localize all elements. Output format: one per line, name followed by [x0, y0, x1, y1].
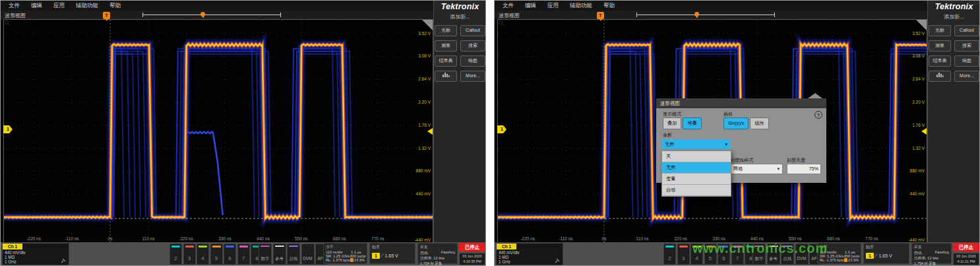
menu-item-2[interactable]: 应用	[53, 2, 65, 10]
menu-item-2[interactable]: 应用	[547, 2, 559, 10]
view-tab-strip: 波形视图	[1, 11, 433, 19]
time-label: 440 ns	[253, 236, 273, 241]
menu-item-3[interactable]: 辅助功能	[76, 2, 98, 10]
channel-3-button[interactable]: 3	[677, 244, 690, 265]
more-button[interactable]: More...	[460, 71, 485, 82]
channel1-badge[interactable]: Ch 1 440 mV/div 1 MΩ 1 GHz	[2, 243, 69, 265]
trigger-marker[interactable]: T	[103, 12, 110, 19]
callout-button[interactable]: Callout	[954, 25, 979, 36]
总线-button[interactable]: 总线	[287, 244, 300, 265]
menu-item-1[interactable]: 编辑	[31, 2, 42, 10]
help-icon[interactable]: ?	[814, 111, 822, 119]
trigger-level-arrow[interactable]	[921, 128, 927, 135]
run-stop-column: 已停止 03 Jun 2020 4:11:21 PM	[953, 243, 979, 265]
channel-7-button[interactable]: 7	[237, 244, 250, 265]
trigger-marker[interactable]: T	[597, 12, 604, 19]
menu-item-1[interactable]: 编辑	[525, 2, 536, 10]
acquisition-panel[interactable]: 采集 自动, FastAcq 分辨率: 12 bits 1.754 M 采集	[417, 243, 458, 264]
acquisition-panel[interactable]: 采集 自动, FastAcq 分辨率: 12 bits 1.754 M 采集	[911, 243, 952, 264]
callout-button[interactable]: Callout	[460, 25, 485, 36]
channel-2-button[interactable]: 2	[169, 244, 182, 265]
stop-button[interactable]: 已停止	[953, 243, 979, 251]
search-button[interactable]: 搜索	[460, 40, 485, 51]
waveform-display[interactable]: 3.52 V3.08 V2.64 V2.20 V1.76 V1.32 V880 …	[497, 19, 927, 245]
DVM-button[interactable]: DVM	[301, 244, 315, 265]
channel-5-button[interactable]: 5	[210, 244, 223, 265]
display-mode-toggle: 叠加堆叠	[663, 117, 702, 129]
waveform-display[interactable]: 3.52 V3.08 V2.64 V2.20 V1.76 V1.32 V880 …	[3, 19, 433, 245]
menu-item-0[interactable]: 文件	[9, 2, 20, 10]
persistence-option-关[interactable]: 关	[662, 151, 731, 162]
trigger-panel[interactable]: 触发 1 ∕ 1.65 V	[863, 243, 909, 264]
graticule-style-dropdown[interactable]: 网格▾	[730, 164, 783, 174]
graticule-intensity-input[interactable]: 75%	[787, 164, 821, 174]
search-button[interactable]: 搜索	[954, 40, 979, 51]
zoom-corner-icon[interactable]	[422, 20, 433, 30]
zoom-corner-icon[interactable]	[916, 20, 927, 30]
horizontal-panel[interactable]: 水平 110 ns/div1.1 µsSR: 1.25 GS/s800 ps/p…	[323, 243, 367, 264]
horizontal-overview-bar[interactable]	[636, 13, 775, 18]
measure-button[interactable]: 测量	[435, 40, 457, 51]
menu-item-4[interactable]: 帮助	[109, 2, 121, 10]
trigger-position-marker[interactable]	[200, 12, 205, 17]
数字-button[interactable]: 数字	[259, 244, 272, 265]
trigger-level-value: 1.65 V	[879, 253, 892, 258]
persistence-dropdown[interactable]: 无穷▾	[661, 139, 730, 149]
channel-6-button[interactable]: 6	[224, 244, 236, 265]
time-label: -220 ns	[24, 236, 44, 241]
status-bar: Ch 1 440 mV/div 1 MΩ 1 GHz 2345678 数字参考总…	[1, 242, 485, 265]
time-value: 4:10:35 PM	[460, 259, 485, 265]
display-mode-叠加[interactable]: 叠加	[663, 117, 681, 129]
histogram-icon	[442, 71, 450, 78]
interpolation-Sin(x)/x[interactable]: Sin(x)/x	[723, 117, 749, 129]
time-label: 330 ns	[709, 236, 729, 241]
trigger-position-marker[interactable]	[694, 12, 699, 17]
trigger-source-badge: 1	[866, 253, 874, 259]
horizontal-title: 水平	[326, 244, 365, 250]
stop-button[interactable]: 已停止	[459, 243, 485, 251]
interpolation-线性[interactable]: 线性	[750, 117, 768, 129]
dialog-body: ? 显示模式 叠加堆叠 插值 Sin(x)/x线性 余辉 无穷▾ 关无穷变量自动…	[656, 108, 826, 183]
cursor-button[interactable]: 光标	[435, 25, 457, 36]
trigger-level-arrow[interactable]	[427, 128, 433, 135]
persistence-option-自动[interactable]: 自动	[662, 185, 731, 196]
time-label: 0s	[100, 236, 120, 241]
trigger-title: 触发	[372, 244, 413, 250]
plot-button[interactable]: 绘图	[460, 55, 485, 67]
time-label: 770 ns	[862, 236, 882, 241]
menu-item-3[interactable]: 辅助功能	[570, 2, 592, 10]
voltage-label: 3.08 V	[418, 53, 431, 58]
cursor-button[interactable]: 光标	[929, 25, 951, 36]
persistence-option-无穷[interactable]: 无穷	[662, 162, 731, 174]
horizontal-overview-bar[interactable]	[142, 13, 281, 18]
voltage-label: 440 mV	[910, 191, 925, 196]
time-label: 110 ns	[138, 236, 158, 241]
chevron-down-icon: ▾	[777, 164, 780, 174]
channel-2-button[interactable]: 2	[663, 244, 676, 265]
histogram-button[interactable]	[929, 71, 951, 82]
plot-button[interactable]: 绘图	[954, 55, 979, 67]
time-label: 660 ns	[824, 236, 843, 241]
fastacq-label: FastAcq	[935, 250, 949, 256]
waveform-svg	[4, 20, 433, 244]
display-mode-堆叠[interactable]: 堆叠	[683, 117, 701, 129]
add-new-label: 添加新...	[434, 13, 486, 20]
more-button[interactable]: More...	[954, 71, 979, 82]
channel-4-button[interactable]: 4	[197, 244, 209, 265]
view-tab-label[interactable]: 波形视图	[499, 12, 520, 19]
persistence-option-变量[interactable]: 变量	[662, 174, 731, 185]
trigger-panel[interactable]: 触发 1 ∕ 1.65 V	[369, 243, 415, 264]
results-table-button[interactable]: 结果表	[929, 55, 951, 67]
channel-3-button[interactable]: 3	[183, 244, 196, 265]
time-label: 770 ns	[368, 236, 388, 241]
参考-button[interactable]: 参考	[273, 244, 286, 265]
menu-item-4[interactable]: 帮助	[603, 2, 615, 10]
oscilloscope-screen-left: 文件编辑应用辅助功能帮助 波形视图 3.52 V3.08 V2.64 V2.20…	[0, 0, 486, 266]
histogram-button[interactable]	[435, 71, 457, 82]
measure-button[interactable]: 测量	[929, 40, 951, 51]
dialog-title: 波形视图	[656, 98, 826, 108]
menu-item-0[interactable]: 文件	[503, 2, 514, 10]
results-table-button[interactable]: 结果表	[435, 55, 457, 67]
channel1-badge[interactable]: Ch 1 440 mV/div 1 MΩ 1 GHz	[496, 243, 563, 265]
view-tab-label[interactable]: 波形视图	[5, 12, 26, 19]
